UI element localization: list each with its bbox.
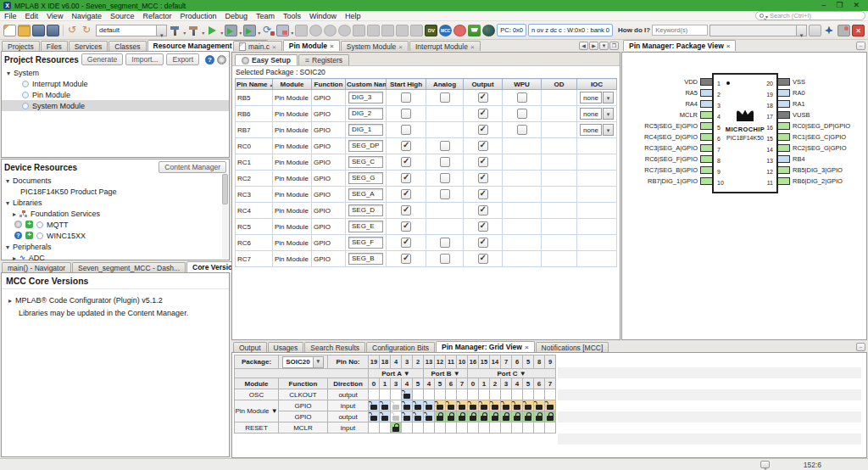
tree-item-product-page[interactable]: PIC18F14K50 Product Page: [2, 186, 229, 197]
grid-pin-cell[interactable]: [446, 400, 457, 411]
minimize-panel-icon[interactable]: [856, 343, 865, 351]
grid-pin-cell[interactable]: [457, 389, 468, 400]
close-icon[interactable]: [330, 42, 334, 50]
output-checkbox[interactable]: [478, 221, 488, 232]
menu-navigate[interactable]: Navigate: [67, 12, 106, 20]
package-select[interactable]: SOIC20: [282, 356, 323, 368]
custom-name-input[interactable]: SEG_G: [348, 172, 383, 184]
configuration-select[interactable]: default: [96, 25, 167, 36]
pin-box[interactable]: [700, 166, 713, 174]
chevron-down-icon[interactable]: [603, 108, 614, 120]
pin-box[interactable]: [700, 133, 713, 141]
menu-help[interactable]: Help: [341, 12, 365, 20]
grid-pin-cell[interactable]: [424, 411, 435, 422]
grid-pin-cell[interactable]: [523, 400, 534, 411]
tab-services[interactable]: Services: [69, 41, 108, 51]
analog-checkbox[interactable]: [440, 173, 450, 183]
grid-pin-cell[interactable]: [534, 411, 545, 422]
grid-pin-cell[interactable]: [391, 422, 402, 434]
grid-pin-cell[interactable]: [391, 389, 402, 400]
chevron-down-icon[interactable]: [258, 23, 260, 38]
output-checkbox[interactable]: [478, 205, 488, 215]
minimize-icon[interactable]: [821, 1, 826, 10]
wpu-checkbox[interactable]: [517, 109, 527, 119]
tree-node-system[interactable]: System: [2, 67, 229, 78]
pin-box[interactable]: [700, 100, 713, 108]
pin-box[interactable]: [700, 78, 713, 86]
tab-interrupt-module[interactable]: Interrupt Module: [409, 41, 481, 51]
help-topic-select[interactable]: [709, 25, 807, 36]
grid-pin-cell[interactable]: [523, 422, 534, 434]
close-icon[interactable]: [853, 1, 860, 10]
pin-box[interactable]: [777, 100, 790, 108]
tree-item-pin-module[interactable]: Pin Module: [2, 89, 229, 100]
grid-pin-cell[interactable]: [424, 400, 435, 411]
grid-pin-cell[interactable]: [479, 389, 490, 400]
tree-node-peripherals[interactable]: Peripherals: [2, 241, 229, 252]
menu-source[interactable]: Source: [106, 12, 139, 20]
grid-pin-cell[interactable]: [479, 400, 490, 411]
close-icon[interactable]: [726, 42, 731, 50]
grid-pin-cell[interactable]: [534, 400, 545, 411]
tab-system-module[interactable]: System Module: [341, 41, 409, 51]
close-icon[interactable]: [398, 42, 403, 51]
chevron-expanded-icon[interactable]: [6, 176, 9, 185]
grid-pin-cell[interactable]: [545, 389, 556, 400]
connect-icon[interactable]: [823, 25, 836, 36]
output-checkbox[interactable]: [478, 173, 488, 183]
menu-window[interactable]: Window: [305, 12, 341, 20]
close-icon[interactable]: [525, 343, 529, 351]
tab-list-icon[interactable]: [599, 42, 609, 50]
chevron-down-icon[interactable]: [796, 25, 806, 36]
maximize-window-icon[interactable]: [609, 42, 619, 50]
start-high-checkbox[interactable]: [401, 157, 411, 167]
grid-pin-cell[interactable]: [523, 411, 534, 422]
menu-refactor[interactable]: Refactor: [138, 12, 175, 20]
start-high-checkbox[interactable]: [401, 221, 411, 232]
help-icon[interactable]: [205, 55, 214, 64]
grid-pin-cell[interactable]: [380, 389, 391, 400]
content-manager-button[interactable]: Content Manager: [159, 161, 226, 173]
chevron-down-icon[interactable]: [603, 124, 614, 136]
grid-pin-cell[interactable]: [512, 400, 523, 411]
tree-node-libraries[interactable]: Libraries: [2, 197, 229, 208]
port-a-header[interactable]: Port A ▼: [369, 369, 424, 378]
output-checkbox[interactable]: [478, 157, 488, 167]
chevron-collapsed-icon[interactable]: [8, 296, 12, 305]
analog-checkbox[interactable]: [440, 157, 450, 167]
pin-box[interactable]: [700, 177, 713, 185]
grid-pin-cell[interactable]: [435, 389, 446, 400]
chevron-down-icon[interactable]: [183, 23, 186, 38]
stop-icon[interactable]: [852, 25, 865, 36]
start-high-checkbox[interactable]: [401, 254, 411, 264]
start-high-checkbox[interactable]: [401, 238, 411, 248]
tab-pin-manager-package-view[interactable]: Pin Manager: Package View: [623, 40, 736, 51]
grid-pin-cell[interactable]: [457, 422, 468, 434]
import-button[interactable]: Import...: [125, 53, 164, 65]
col-pin-name[interactable]: Pin Name: [236, 79, 273, 90]
output-checkbox[interactable]: [478, 254, 488, 264]
grid-pin-cell[interactable]: [413, 422, 424, 434]
chevron-down-icon[interactable]: [202, 23, 204, 38]
custom-name-input[interactable]: DIG_1: [348, 124, 383, 136]
custom-name-input[interactable]: SEG_C: [348, 156, 383, 168]
col-ioc[interactable]: IOC: [577, 79, 617, 90]
microchip-store-icon[interactable]: [468, 25, 481, 36]
grid-pin-cell[interactable]: [402, 389, 413, 400]
grid-pin-cell[interactable]: [490, 411, 501, 422]
run-project-icon[interactable]: [206, 25, 219, 36]
tab-navigator[interactable]: main() - Navigator: [2, 262, 71, 272]
grid-pin-cell[interactable]: [501, 400, 512, 411]
generate-button[interactable]: Generate: [81, 53, 123, 65]
grid-pin-cell[interactable]: [479, 411, 490, 422]
grid-pin-cell[interactable]: [446, 389, 457, 400]
pin-box[interactable]: [777, 144, 790, 152]
col-custom-name[interactable]: Custom Name: [346, 79, 387, 90]
analog-checkbox[interactable]: [440, 254, 450, 264]
save-icon[interactable]: [32, 25, 45, 36]
grid-pin-cell[interactable]: [490, 389, 501, 400]
start-high-checkbox[interactable]: [401, 125, 411, 135]
col-analog[interactable]: Analog: [426, 79, 464, 90]
undo-icon[interactable]: [67, 25, 80, 36]
chevron-expanded-icon[interactable]: [6, 243, 9, 251]
